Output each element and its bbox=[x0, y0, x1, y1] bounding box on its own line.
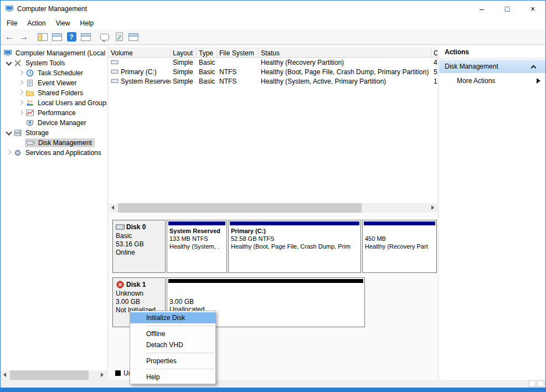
scroll-left-button[interactable] bbox=[1, 370, 10, 380]
column-volume[interactable]: Volume bbox=[109, 48, 171, 57]
shared-folders-icon bbox=[25, 89, 34, 97]
tree-item-device-manager[interactable]: Device Manager bbox=[1, 118, 107, 128]
disk-type: Unknown bbox=[116, 290, 162, 298]
partition-status: Healthy (Boot, Page File, Crash Dump, Pr… bbox=[231, 243, 358, 250]
tree-item-performance[interactable]: Performance bbox=[1, 108, 107, 118]
volume-icon bbox=[111, 68, 119, 76]
column-file-system[interactable]: File System bbox=[217, 48, 259, 57]
chevron-right-icon[interactable] bbox=[17, 89, 25, 97]
chevron-down-icon[interactable] bbox=[5, 59, 13, 67]
chevron-right-icon[interactable] bbox=[17, 99, 25, 107]
forward-button[interactable] bbox=[17, 31, 30, 43]
toolbar bbox=[1, 29, 545, 45]
tree-item-label: Storage bbox=[24, 128, 50, 137]
console-tree: Computer Management (Local System Tools … bbox=[1, 45, 107, 158]
action-menu-icon bbox=[100, 34, 109, 40]
disk-status: Online bbox=[116, 249, 162, 257]
tree-item-system-tools[interactable]: System Tools bbox=[1, 58, 107, 68]
tree-item-label: System Tools bbox=[24, 59, 66, 68]
scroll-thumb[interactable] bbox=[118, 203, 362, 213]
close-button[interactable]: × bbox=[520, 1, 545, 17]
chevron-down-icon[interactable] bbox=[5, 129, 13, 137]
services-icon bbox=[13, 148, 22, 157]
tree-item-label: Device Manager bbox=[36, 118, 87, 127]
tree-item-label: Shared Folders bbox=[36, 89, 85, 97]
tree-horizontal-scrollbar[interactable] bbox=[1, 370, 107, 380]
menu-help[interactable]: Help bbox=[75, 18, 99, 28]
menu-item-offline[interactable]: Offline bbox=[130, 328, 215, 339]
performance-icon bbox=[25, 109, 34, 117]
app-icon bbox=[5, 4, 14, 13]
partition-primary-c[interactable]: Primary (C:) 52.58 GB NTFS Healthy (Boot… bbox=[228, 220, 361, 273]
volume-row[interactable]: Primary (C:) Simple Basic NTFS Healthy (… bbox=[109, 67, 437, 76]
tree-item-shared-folders[interactable]: Shared Folders bbox=[1, 88, 107, 98]
back-button[interactable] bbox=[3, 31, 16, 43]
more-actions-arrow-icon bbox=[537, 78, 540, 84]
refresh-check-button[interactable] bbox=[112, 31, 126, 43]
pane-scroll-box[interactable] bbox=[529, 380, 536, 387]
actions-group-disk-management[interactable]: Disk Management bbox=[439, 60, 545, 73]
show-action-pane-button[interactable] bbox=[79, 31, 92, 43]
action-menu-button[interactable] bbox=[98, 31, 111, 43]
minimize-button[interactable]: – bbox=[469, 1, 495, 17]
disk0-label[interactable]: Disk 0 Basic 53.16 GB Online bbox=[112, 220, 166, 273]
help-button[interactable] bbox=[65, 31, 78, 43]
chevron-placeholder bbox=[17, 139, 25, 147]
volume-type: Basic bbox=[197, 76, 217, 86]
menu-item-detach-vhd[interactable]: Detach VHD bbox=[130, 339, 215, 350]
toolbar-separator bbox=[94, 31, 97, 43]
more-actions-item[interactable]: More Actions bbox=[439, 75, 545, 86]
scroll-right-button[interactable] bbox=[97, 370, 107, 380]
tree-item-task-scheduler[interactable]: Task Scheduler bbox=[1, 68, 107, 78]
show-console-tree-button[interactable] bbox=[36, 31, 49, 43]
column-type[interactable]: Type bbox=[197, 48, 217, 57]
tree-item-computer-management[interactable]: Computer Management (Local bbox=[1, 48, 107, 58]
chevron-right-icon[interactable] bbox=[17, 69, 25, 77]
menu-action[interactable]: Action bbox=[22, 18, 50, 28]
pane-scroll-box[interactable] bbox=[537, 380, 544, 387]
tree-item-label: Performance bbox=[36, 109, 78, 117]
volume-row[interactable]: System Reserved Simple Basic NTFS Health… bbox=[109, 76, 437, 86]
partition-title bbox=[365, 227, 434, 235]
disk-type: Basic bbox=[116, 232, 162, 240]
menu-item-properties[interactable]: Properties bbox=[130, 355, 215, 367]
volume-row[interactable]: Simple Basic Healthy (Recovery Partition… bbox=[109, 58, 437, 67]
partition-title: System Reserved bbox=[169, 227, 224, 235]
export-list-button[interactable] bbox=[50, 31, 64, 43]
volume-list-horizontal-scrollbar[interactable] bbox=[109, 203, 437, 213]
menu-separator bbox=[146, 353, 214, 353]
tree-item-storage[interactable]: Storage bbox=[1, 128, 107, 138]
system-tools-icon bbox=[13, 59, 22, 68]
computer-icon bbox=[3, 49, 12, 58]
tree-item-event-viewer[interactable]: Event Viewer bbox=[1, 78, 107, 88]
scroll-left-button[interactable] bbox=[109, 203, 118, 213]
column-capacity[interactable]: C bbox=[431, 48, 437, 57]
collapse-chevron-icon[interactable] bbox=[531, 65, 537, 70]
menu-view[interactable]: View bbox=[51, 18, 75, 28]
unallocated-swatch-icon bbox=[115, 370, 121, 376]
tree-item-local-users-and-groups[interactable]: Local Users and Groups bbox=[1, 98, 107, 108]
tree-item-disk-management[interactable]: Disk Management bbox=[1, 138, 107, 148]
maximize-button[interactable]: □ bbox=[495, 1, 520, 17]
tree-item-label: Services and Applications bbox=[24, 148, 103, 157]
scroll-right-button[interactable] bbox=[428, 203, 437, 213]
tree-item-services-and-applications[interactable]: Services and Applications bbox=[1, 148, 107, 158]
menu-item-help[interactable]: Help bbox=[130, 372, 215, 383]
chevron-right-icon[interactable] bbox=[5, 149, 13, 157]
actions-pane-title: Actions bbox=[439, 45, 545, 59]
tree-item-label: Event Viewer bbox=[36, 79, 78, 87]
volume-layout: Simple bbox=[171, 67, 197, 76]
partition-system-reserved[interactable]: System Reserved 133 MB NTFS Healthy (Sys… bbox=[167, 220, 227, 273]
menu-item-initialize-disk[interactable]: Initialize Disk bbox=[130, 312, 215, 323]
chevron-right-icon[interactable] bbox=[17, 109, 25, 117]
scroll-thumb[interactable] bbox=[10, 370, 89, 380]
more-actions-label: More Actions bbox=[457, 77, 495, 85]
chevron-right-icon[interactable] bbox=[17, 79, 25, 87]
disk-size: 53.16 GB bbox=[116, 240, 162, 249]
new-window-button[interactable] bbox=[127, 31, 140, 43]
partition-recovery[interactable]: 450 MB Healthy (Recovery Part bbox=[362, 220, 437, 273]
column-status[interactable]: Status bbox=[259, 48, 431, 57]
column-layout[interactable]: Layout bbox=[171, 48, 197, 57]
volume-capacity: 52 bbox=[431, 67, 437, 76]
menu-file[interactable]: File bbox=[2, 18, 22, 28]
